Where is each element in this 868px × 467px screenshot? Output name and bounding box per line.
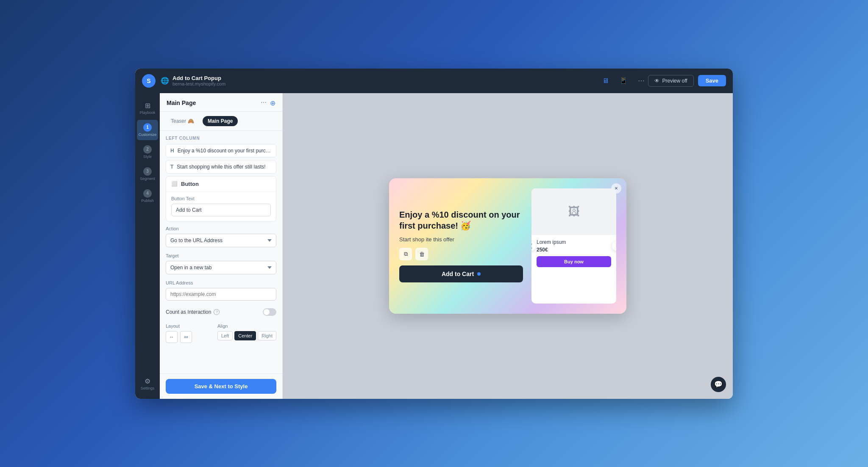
page-title: Add to Cart Popup [172, 75, 599, 81]
popup-cta-btn[interactable]: Add to Cart [399, 265, 523, 282]
nav-item-publish[interactable]: 4 Publish [137, 186, 158, 206]
sidebar-footer: Save & Next to Style [160, 373, 282, 399]
button-type-icon: ⬜ [171, 181, 178, 187]
sidebar-content: LEFT COLUMN H Enjoy a %10 discount on yo… [160, 131, 282, 373]
nav-bottom: ⚙ Settings [137, 374, 158, 394]
count-interaction-section: Count as Interaction ? [166, 307, 276, 318]
layout-section: Layout ↔ ⇔ [166, 323, 211, 343]
align-section: Align Left Center Right [217, 323, 276, 343]
app-window: S 🌐 Add to Cart Popup berna-test.myshopi… [135, 69, 733, 399]
button-card-header[interactable]: ⬜ Button [166, 177, 276, 191]
header-actions: 👁 Preview off Save [648, 75, 726, 87]
count-interaction-row: Count as Interaction ? [166, 307, 276, 318]
product-image: 🖼 [531, 188, 616, 235]
nav-item-style[interactable]: 2 Style [137, 142, 158, 162]
save-next-btn[interactable]: Save & Next to Style [166, 379, 276, 394]
sidebar-title: Main Page [167, 99, 196, 106]
save-btn[interactable]: Save [698, 75, 726, 86]
target-label: Target [166, 253, 276, 258]
popup-delete-icon[interactable]: 🗑 [415, 248, 428, 260]
target-dropdown[interactable]: Open in a new tab [166, 261, 276, 274]
product-info: Lorem ipsum 250€ Buy now [531, 235, 616, 304]
heading-type-icon: H [170, 148, 174, 154]
popup-subtext: Start shop ite this offer [399, 236, 523, 243]
chat-icon: 💬 [714, 380, 723, 388]
nav-item-playbook[interactable]: ⊞ Playbook [137, 98, 158, 118]
button-card-body: Button Text [166, 191, 276, 221]
globe-icon: 🌐 [161, 77, 169, 85]
layout-wide-btn[interactable]: ⇔ [180, 331, 192, 343]
left-nav: ⊞ Playbook 1 Customize 2 Style 3 Segment… [135, 93, 160, 399]
tab-teaser[interactable]: Teaser 🙈 [166, 116, 199, 126]
popup-right: ❮ ❯ 🖼 Lorem ipsum 250€ Buy now [531, 188, 616, 304]
align-center-btn[interactable]: Center [234, 331, 256, 340]
text-type-icon: T [170, 164, 173, 170]
align-buttons: Left Center Right [217, 331, 276, 340]
product-price: 250€ [537, 247, 611, 253]
count-interaction-toggle[interactable] [263, 308, 276, 316]
canvas-area: × Enjoy a %10 discount on your first pur… [283, 93, 733, 399]
url-section: URL Address [166, 280, 276, 301]
url-input[interactable] [166, 288, 276, 301]
url-label: URL Address [166, 280, 276, 285]
preview-toggle-btn[interactable]: 👁 Preview off [648, 75, 693, 87]
action-dropdown[interactable]: Go to the URL Address [166, 234, 276, 247]
popup-duplicate-icon[interactable]: ⧉ [399, 248, 412, 260]
product-card: ❮ ❯ 🖼 Lorem ipsum 250€ Buy now [531, 188, 616, 304]
text-item[interactable]: T Start shopping while this offer still … [166, 160, 276, 174]
playbook-icon: ⊞ [145, 102, 150, 110]
popup-left: Enjoy a %10 discount on your first purch… [399, 188, 523, 304]
section-label-left-column: LEFT COLUMN [166, 136, 276, 141]
popup-preview: × Enjoy a %10 discount on your first pur… [389, 178, 626, 314]
count-interaction-label: Count as Interaction ? [166, 309, 220, 315]
nav-item-segment[interactable]: 3 Segment [137, 164, 158, 184]
main-content: ⊞ Playbook 1 Customize 2 Style 3 Segment… [135, 93, 733, 399]
layout-icons: ↔ ⇔ [166, 331, 211, 343]
heading-item[interactable]: H Enjoy a %10 discount on your first pur… [166, 144, 276, 158]
device-switcher: 🖥 📱 ⋯ [599, 74, 648, 88]
help-icon[interactable]: ? [214, 309, 220, 315]
button-text-label: Button Text [171, 196, 271, 201]
target-section: Target Open in a new tab [166, 253, 276, 274]
sidebar-menu-icon[interactable]: ⋯ [261, 99, 267, 107]
layout-align-row: Layout ↔ ⇔ Align Left Center Right [166, 323, 276, 343]
text-content: Start shopping while this offer still la… [177, 164, 272, 170]
sidebar-panel: Main Page ⋯ ⊕ Teaser 🙈 Main Page LEFT CO… [160, 93, 283, 399]
popup-heading: Enjoy a %10 discount on your first purch… [399, 209, 523, 231]
chat-support-btn[interactable]: 💬 [711, 377, 726, 392]
sidebar-header-actions: ⋯ ⊕ [261, 99, 275, 107]
page-subtitle: berna-test.myshopify.com [172, 81, 599, 86]
sidebar-tabs: Teaser 🙈 Main Page [160, 112, 282, 131]
align-right-btn[interactable]: Right [258, 331, 276, 340]
sidebar-header: Main Page ⋯ ⊕ [160, 93, 282, 112]
layout-narrow-btn[interactable]: ↔ [166, 331, 178, 343]
popup-action-icons: ⧉ 🗑 [399, 248, 523, 260]
mobile-device-btn[interactable]: 📱 [617, 74, 630, 88]
header-title-block: Add to Cart Popup berna-test.myshopify.c… [172, 75, 599, 86]
sidebar-add-icon[interactable]: ⊕ [270, 99, 275, 107]
popup-button-row: Add to Cart [399, 265, 523, 282]
app-logo: S [142, 74, 156, 88]
action-label: Action [166, 226, 276, 231]
heading-text: Enjoy a %10 discount on your first purch… [178, 148, 272, 154]
align-label: Align [217, 323, 276, 329]
align-left-btn[interactable]: Left [217, 331, 233, 340]
eye-off-icon: 🙈 [188, 118, 194, 124]
button-text-input[interactable] [171, 204, 271, 216]
product-buy-btn[interactable]: Buy now [537, 256, 611, 267]
more-options-btn[interactable]: ⋯ [634, 74, 648, 88]
layout-label: Layout [166, 323, 211, 329]
button-card: ⬜ Button Button Text [166, 176, 276, 222]
image-placeholder-icon: 🖼 [568, 204, 580, 218]
action-section: Action Go to the URL Address [166, 226, 276, 247]
cta-dot [477, 272, 481, 276]
settings-icon: ⚙ [145, 377, 150, 385]
nav-item-customize[interactable]: 1 Customize [137, 120, 158, 140]
button-card-title: Button [181, 181, 199, 187]
tab-main-page[interactable]: Main Page [203, 116, 238, 126]
desktop-device-btn[interactable]: 🖥 [599, 74, 612, 88]
product-name: Lorem ipsum [537, 239, 611, 245]
nav-item-settings[interactable]: ⚙ Settings [137, 374, 158, 394]
eye-icon: 👁 [654, 78, 659, 84]
header: S 🌐 Add to Cart Popup berna-test.myshopi… [135, 69, 733, 93]
